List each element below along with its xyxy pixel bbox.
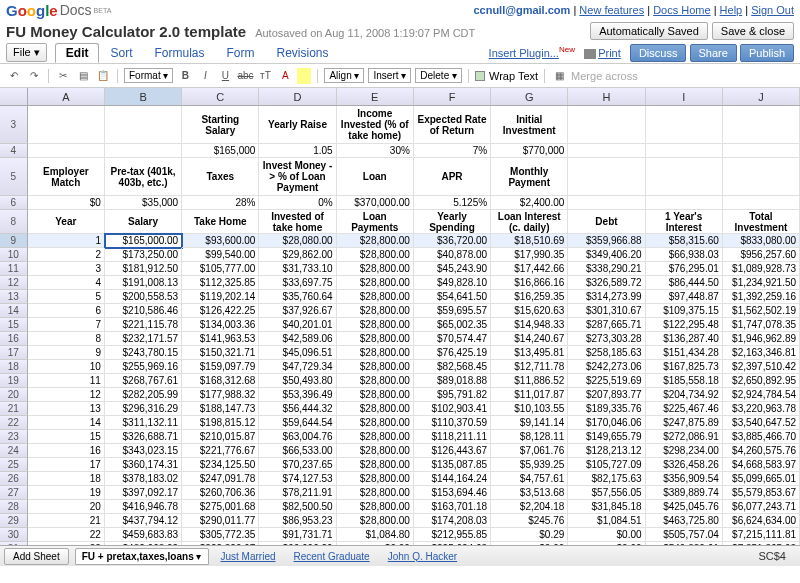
cell[interactable]: $141,963.53 [182, 332, 259, 346]
cell[interactable] [646, 106, 723, 144]
cell[interactable]: 5.125% [414, 196, 491, 210]
cell[interactable]: $76,295.01 [646, 262, 723, 276]
cell[interactable]: $416,946.78 [105, 500, 182, 514]
signout-link[interactable]: Sign Out [751, 4, 794, 16]
cell[interactable]: $28,800.00 [337, 374, 414, 388]
redo-icon[interactable]: ↷ [26, 68, 42, 84]
cell[interactable]: $15,620.63 [491, 304, 568, 318]
cell[interactable] [646, 144, 723, 158]
cell[interactable]: $14,240.67 [491, 332, 568, 346]
cell[interactable]: 7% [414, 144, 491, 158]
cell[interactable]: $159,097.79 [182, 360, 259, 374]
cell[interactable]: Expected Rate of Return [414, 106, 491, 144]
paste-icon[interactable]: 📋 [95, 68, 111, 84]
col-header[interactable]: I [646, 88, 723, 105]
cell[interactable]: $153,694.46 [414, 486, 491, 500]
row-header[interactable]: 26 [0, 472, 28, 486]
cell[interactable]: $1,946,962.89 [723, 332, 800, 346]
undo-icon[interactable]: ↶ [6, 68, 22, 84]
cell[interactable]: $163,701.18 [414, 500, 491, 514]
row-header[interactable]: 17 [0, 346, 28, 360]
cell[interactable]: $149,655.79 [568, 430, 645, 444]
cell[interactable]: $28,800.00 [337, 444, 414, 458]
cell[interactable]: $28,800.00 [337, 262, 414, 276]
cell[interactable] [646, 196, 723, 210]
cell[interactable]: $1,089,928.73 [723, 262, 800, 276]
file-menu[interactable]: File ▾ [6, 43, 47, 62]
cell[interactable]: $28,800.00 [337, 276, 414, 290]
row-header[interactable]: 20 [0, 388, 28, 402]
cell[interactable]: $8,128.11 [491, 430, 568, 444]
cell[interactable]: $18,510.69 [491, 234, 568, 248]
cell[interactable]: $33,697.75 [259, 276, 336, 290]
cell[interactable]: $298,234.00 [646, 444, 723, 458]
cell[interactable]: $168,312.68 [182, 374, 259, 388]
cell[interactable]: Debt [568, 210, 645, 234]
cell[interactable]: $221,776.67 [182, 444, 259, 458]
cell[interactable]: $11,017.87 [491, 388, 568, 402]
cell[interactable]: $343,023.15 [105, 444, 182, 458]
cell[interactable]: $110,370.59 [414, 416, 491, 430]
cell[interactable]: 18 [28, 472, 105, 486]
cell[interactable]: APR [414, 158, 491, 196]
cell[interactable]: 9 [28, 346, 105, 360]
cell[interactable]: $326,458.26 [646, 458, 723, 472]
cell[interactable]: $40,201.01 [259, 318, 336, 332]
cell[interactable]: $234,125.50 [182, 458, 259, 472]
cell[interactable]: 1 Year's Interest [646, 210, 723, 234]
cell[interactable]: $378,183.02 [105, 472, 182, 486]
cell[interactable]: $174,208.03 [414, 514, 491, 528]
row-header[interactable]: 24 [0, 444, 28, 458]
cell[interactable]: $78,211.91 [259, 486, 336, 500]
cell[interactable]: $2,163,346.81 [723, 346, 800, 360]
cell[interactable]: $151,434.28 [646, 346, 723, 360]
cell[interactable]: $82,175.63 [568, 472, 645, 486]
cell[interactable]: $200,558.53 [105, 290, 182, 304]
format-menu[interactable]: Format ▾ [124, 68, 173, 83]
cell[interactable]: $0.00 [568, 528, 645, 542]
cell[interactable]: $82,568.45 [414, 360, 491, 374]
cell[interactable]: $255,969.16 [105, 360, 182, 374]
cell[interactable]: Yearly Spending [414, 210, 491, 234]
cell[interactable]: $126,422.25 [182, 304, 259, 318]
cell[interactable]: $359,966.88 [568, 234, 645, 248]
share-button[interactable]: Share [690, 44, 737, 62]
cell[interactable]: $260,706.36 [182, 486, 259, 500]
cell[interactable]: $459,683.83 [105, 528, 182, 542]
cell[interactable]: $272,086.91 [646, 430, 723, 444]
cell[interactable]: $95,791.82 [414, 388, 491, 402]
cut-icon[interactable]: ✂ [55, 68, 71, 84]
cell[interactable]: 22 [28, 528, 105, 542]
cell[interactable]: 6 [28, 304, 105, 318]
underline-icon[interactable]: U [217, 68, 233, 84]
cell[interactable]: $360,174.31 [105, 458, 182, 472]
cell[interactable]: $956,257.60 [723, 248, 800, 262]
cell[interactable] [105, 144, 182, 158]
cell[interactable]: $93,600.00 [182, 234, 259, 248]
cell[interactable]: $42,589.06 [259, 332, 336, 346]
cell[interactable] [723, 158, 800, 196]
cell[interactable]: $17,990.35 [491, 248, 568, 262]
cell[interactable]: $370,000.00 [337, 196, 414, 210]
help-link[interactable]: Help [720, 4, 743, 16]
cell[interactable]: Salary [105, 210, 182, 234]
cell[interactable]: $50,493.80 [259, 374, 336, 388]
cell[interactable]: $301,310.67 [568, 304, 645, 318]
cell[interactable]: $258,185.63 [568, 346, 645, 360]
cell[interactable]: $0 [28, 196, 105, 210]
cell[interactable]: 4 [28, 276, 105, 290]
cell[interactable]: $833,080.00 [723, 234, 800, 248]
cell[interactable]: $134,003.36 [182, 318, 259, 332]
copy-icon[interactable]: ▤ [75, 68, 91, 84]
cell[interactable]: $17,442.66 [491, 262, 568, 276]
font-size-icon[interactable]: тT [257, 68, 273, 84]
col-header[interactable]: H [568, 88, 645, 105]
cell[interactable]: 21 [28, 514, 105, 528]
cell[interactable]: $63,004.76 [259, 430, 336, 444]
sheet-tab[interactable]: John Q. Hacker [382, 549, 463, 564]
cell[interactable]: 12 [28, 388, 105, 402]
cell[interactable]: $212,955.85 [414, 528, 491, 542]
docs-home-link[interactable]: Docs Home [653, 4, 710, 16]
cell[interactable]: $1,084.51 [568, 514, 645, 528]
insert-menu[interactable]: Insert ▾ [368, 68, 411, 83]
